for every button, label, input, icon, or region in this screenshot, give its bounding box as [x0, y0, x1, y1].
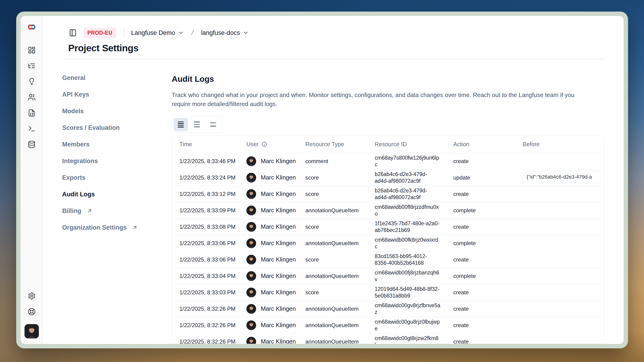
main-content: PROD-EU Langfuse Demo langfuse-docs [43, 16, 624, 344]
row-action: create [453, 191, 469, 197]
row-resource-id: cm68awidc00gu8rjz0lbujwpe [375, 319, 440, 332]
density-medium-button[interactable] [190, 118, 204, 131]
row-time: 1/22/2025, 8:33:24 PM [180, 174, 236, 181]
table-row[interactable]: 1/22/2025, 8:33:08 PM Marc Klingen score… [172, 219, 604, 235]
playground-terminal-icon[interactable] [27, 124, 36, 133]
table-row[interactable]: 1/22/2025, 8:33:09 PM Marc Klingen annot… [172, 202, 604, 219]
settings-nav-item-audit-logs[interactable]: Audit Logs [62, 191, 172, 198]
row-user-name: Marc Klingen [261, 305, 296, 312]
desktop-background: PROD-EU Langfuse Demo langfuse-docs [0, 0, 644, 362]
lightbulb-icon[interactable] [27, 77, 36, 86]
table-row[interactable]: 1/22/2025, 8:33:06 PM Marc Klingen annot… [172, 235, 604, 251]
user-avatar [246, 255, 256, 265]
table-row[interactable]: 1/22/2025, 8:33:46 PM Marc Klingen comme… [172, 153, 604, 169]
project-selector[interactable]: langfuse-docs [201, 29, 249, 36]
row-resource-type: score [305, 289, 319, 296]
row-action: create [453, 256, 469, 263]
row-time: 1/22/2025, 8:33:12 PM [180, 191, 236, 197]
table-row[interactable]: 1/22/2025, 8:32:26 PM Marc Klingen annot… [172, 301, 604, 317]
row-user-name: Marc Klingen [261, 338, 296, 344]
tracing-tree-icon[interactable] [27, 61, 36, 70]
settings-nav-item-scores-evaluation[interactable]: Scores / Evaluation [62, 124, 172, 131]
user-avatar[interactable] [24, 324, 39, 339]
density-dense-button[interactable] [174, 118, 188, 131]
row-resource-type: annotationQueueItem [305, 306, 359, 312]
page-title: Project Settings [68, 43, 604, 54]
user-avatar [246, 321, 256, 330]
row-time: 1/22/2025, 8:33:46 PM [180, 158, 236, 164]
row-action: create [453, 306, 469, 312]
row-resource-id: 1f1e2435-7bd7-480e-a2a0-ab76bec21b69 [375, 220, 440, 233]
external-link-icon [86, 208, 92, 214]
settings-nav-item-integrations[interactable]: Integrations [62, 158, 172, 164]
row-resource-id: cm68awidb00fl8rjzzdfmu0xo [375, 204, 439, 217]
settings-nav-item-billing[interactable]: Billing [62, 207, 172, 214]
table-row[interactable]: 1/22/2025, 8:32:26 PM Marc Klingen annot… [172, 333, 604, 344]
row-density-toggle [172, 116, 222, 133]
sidebar-bottom-group [24, 291, 39, 339]
breadcrumb-slash-icon [188, 28, 196, 37]
sidebar-icon-group [27, 45, 36, 149]
row-resource-type: comment [305, 158, 328, 164]
row-resource-id: 83cd1563-bb95-4012-8356-400b52b64168 [375, 253, 427, 266]
table-row[interactable]: 1/22/2025, 8:33:12 PM Marc Klingen score… [172, 186, 604, 202]
rows-medium-icon [194, 121, 200, 127]
row-resource-type: score [305, 174, 319, 181]
user-avatar [246, 156, 256, 166]
row-time: 1/22/2025, 8:33:03 PM [180, 289, 236, 296]
org-selector[interactable]: Langfuse Demo [131, 29, 184, 36]
prompts-file-icon[interactable] [27, 108, 36, 118]
column-header-user: User [239, 141, 298, 148]
dashboard-icon[interactable] [27, 45, 36, 55]
row-time: 1/22/2025, 8:33:08 PM [180, 224, 236, 230]
row-action: create [453, 224, 469, 230]
row-time: 1/22/2025, 8:33:09 PM [180, 207, 236, 213]
settings-layout: General API Keys Models Scores / Evaluat… [62, 74, 604, 344]
row-user-name: Marc Klingen [261, 272, 296, 280]
support-lifebuoy-icon[interactable] [27, 307, 36, 316]
langfuse-logo-icon[interactable] [26, 22, 37, 32]
settings-gear-icon[interactable] [27, 291, 36, 301]
table-row[interactable]: 1/22/2025, 8:33:04 PM Marc Klingen annot… [172, 268, 604, 284]
row-time: 1/22/2025, 8:33:06 PM [180, 256, 236, 263]
table-row[interactable]: 1/22/2025, 8:33:24 PM Marc Klingen score… [172, 169, 604, 186]
table-header-row: Time User Resource Type Resource ID Acti… [172, 136, 604, 153]
settings-nav-item-exports[interactable]: Exports [62, 174, 172, 181]
density-relaxed-button[interactable] [206, 118, 220, 131]
section-title: Audit Logs [172, 74, 604, 84]
datasets-database-icon[interactable] [27, 140, 36, 149]
row-resource-type: annotationQueueItem [305, 207, 359, 213]
settings-nav-item-models[interactable]: Models [62, 108, 172, 115]
settings-nav-item-organization-settings[interactable]: Organization Settings [62, 224, 172, 231]
rows-dense-icon [178, 121, 184, 127]
row-resource-type: annotationQueueItem [305, 273, 359, 279]
table-row[interactable]: 1/22/2025, 8:33:06 PM Marc Klingen score… [172, 251, 604, 268]
user-avatar [246, 337, 256, 344]
users-icon[interactable] [27, 93, 36, 102]
table-row[interactable]: 1/22/2025, 8:33:03 PM Marc Klingen score… [172, 284, 604, 301]
before-json-chip[interactable]: {"id":"b26ab4c6-d2e3-479d-a [523, 171, 600, 183]
settings-main: Audit Logs Track who changed what in you… [172, 74, 604, 344]
header-divider [62, 59, 604, 59]
row-action: create [453, 289, 469, 296]
sidebar-toggle-icon[interactable] [68, 28, 78, 37]
row-time: 1/22/2025, 8:32:26 PM [180, 322, 236, 328]
user-avatar [246, 271, 256, 281]
row-resource-id: cm68awidb00fk8rjz0wxixrdc [375, 237, 438, 250]
column-header-before: Before [515, 141, 604, 148]
settings-nav-item-members[interactable]: Members [62, 141, 172, 148]
chevron-down-icon [178, 30, 184, 36]
settings-nav-item-general[interactable]: General [62, 74, 172, 81]
sidebar [20, 16, 43, 344]
row-user-name: Marc Klingen [261, 223, 296, 230]
info-icon [262, 141, 267, 147]
section-description: Track who changed what in your project a… [172, 90, 586, 109]
row-time: 1/22/2025, 8:33:04 PM [180, 273, 236, 279]
user-avatar [246, 189, 256, 199]
settings-nav-item-api-keys[interactable]: API Keys [62, 91, 172, 98]
row-resource-id: b26ab4c6-d2e3-479d-ad4d-af980072ac9f [375, 171, 427, 184]
row-resource-id: cm68awidc00gv8rjzfbnve5az [375, 302, 440, 315]
table-row[interactable]: 1/22/2025, 8:32:26 PM Marc Klingen annot… [172, 317, 604, 333]
row-action: complete [453, 240, 476, 246]
row-resource-type: annotationQueueItem [305, 339, 359, 344]
